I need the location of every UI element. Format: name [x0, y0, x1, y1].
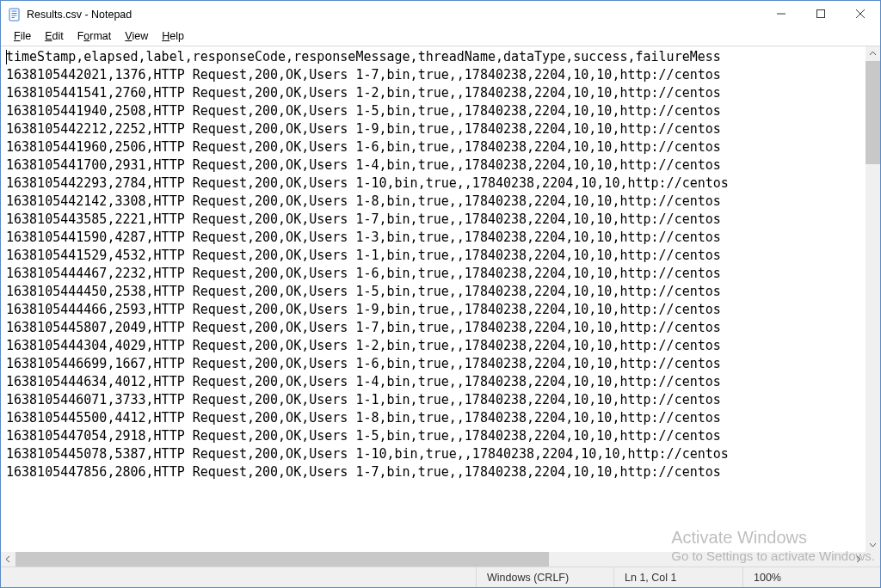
window-controls: [761, 1, 880, 28]
csv-row[interactable]: 1638105442212,2252,HTTP Request,200,OK,U…: [6, 120, 864, 138]
menu-help[interactable]: Help: [156, 29, 190, 43]
statusbar: Windows (CRLF) Ln 1, Col 1 100%: [1, 567, 880, 587]
minimize-button[interactable]: [761, 1, 801, 27]
hscroll-thumb[interactable]: [15, 552, 549, 567]
menu-edit[interactable]: Edit: [39, 29, 70, 43]
csv-row[interactable]: 1638105447856,2806,HTTP Request,200,OK,U…: [6, 463, 864, 481]
menu-view[interactable]: View: [119, 29, 154, 43]
csv-row[interactable]: 1638105444467,2232,HTTP Request,200,OK,U…: [6, 265, 864, 283]
window-title: Results.csv - Notepad: [27, 9, 132, 21]
csv-row[interactable]: 1638105444466,2593,HTTP Request,200,OK,U…: [6, 301, 864, 319]
csv-row[interactable]: 1638105443585,2221,HTTP Request,200,OK,U…: [6, 211, 864, 229]
csv-row[interactable]: 1638105446071,3733,HTTP Request,200,OK,U…: [6, 391, 864, 409]
csv-header-line[interactable]: timeStamp,elapsed,label,responseCode,res…: [6, 48, 864, 66]
status-zoom: 100%: [742, 567, 880, 587]
scroll-left-icon[interactable]: [1, 552, 15, 567]
csv-row[interactable]: 1638105446699,1667,HTTP Request,200,OK,U…: [6, 355, 864, 373]
horizontal-scrollbar[interactable]: [1, 552, 866, 567]
titlebar[interactable]: Results.csv - Notepad: [1, 1, 880, 28]
scroll-up-icon[interactable]: [866, 46, 880, 61]
status-position: Ln 1, Col 1: [613, 567, 742, 587]
csv-row[interactable]: 1638105447054,2918,HTTP Request,200,OK,U…: [6, 427, 864, 445]
csv-row[interactable]: 1638105442021,1376,HTTP Request,200,OK,U…: [6, 66, 864, 84]
hscroll-track[interactable]: [15, 552, 851, 567]
csv-row[interactable]: 1638105441960,2506,HTTP Request,200,OK,U…: [6, 138, 864, 156]
editor-wrap: timeStamp,elapsed,label,responseCode,res…: [1, 46, 880, 552]
hscroll-row: [1, 552, 880, 567]
svg-rect-6: [817, 10, 825, 18]
csv-row[interactable]: 1638105441940,2508,HTTP Request,200,OK,U…: [6, 102, 864, 120]
scroll-right-icon[interactable]: [851, 552, 866, 567]
vscroll-thumb[interactable]: [866, 61, 880, 164]
menubar: File Edit Format View Help: [1, 28, 880, 46]
svg-rect-0: [9, 9, 19, 21]
maximize-button[interactable]: [801, 1, 841, 27]
csv-row[interactable]: 1638105445078,5387,HTTP Request,200,OK,U…: [6, 445, 864, 463]
csv-row[interactable]: 1638105441700,2931,HTTP Request,200,OK,U…: [6, 156, 864, 175]
close-button[interactable]: [841, 1, 880, 27]
csv-row[interactable]: 1638105441529,4532,HTTP Request,200,OK,U…: [6, 247, 864, 265]
notepad-window: Results.csv - Notepad File Edit Format V…: [0, 0, 881, 588]
text-content[interactable]: timeStamp,elapsed,label,responseCode,res…: [6, 48, 864, 481]
csv-row[interactable]: 1638105444450,2538,HTTP Request,200,OK,U…: [6, 283, 864, 301]
vscroll-track[interactable]: [866, 61, 880, 537]
text-editor[interactable]: timeStamp,elapsed,label,responseCode,res…: [1, 46, 866, 552]
menu-file[interactable]: File: [8, 29, 37, 43]
csv-row[interactable]: 1638105444304,4029,HTTP Request,200,OK,U…: [6, 337, 864, 355]
csv-row[interactable]: 1638105444634,4012,HTTP Request,200,OK,U…: [6, 373, 864, 391]
csv-row[interactable]: 1638105445500,4412,HTTP Request,200,OK,U…: [6, 409, 864, 427]
vertical-scrollbar[interactable]: [866, 46, 880, 552]
status-spacer: [1, 567, 476, 587]
scroll-corner: [866, 552, 880, 567]
menu-format[interactable]: Format: [71, 29, 118, 43]
status-encoding: Windows (CRLF): [476, 567, 613, 587]
csv-row[interactable]: 1638105445807,2049,HTTP Request,200,OK,U…: [6, 319, 864, 337]
csv-row[interactable]: 1638105442293,2784,HTTP Request,200,OK,U…: [6, 175, 864, 193]
csv-row[interactable]: 1638105441590,4287,HTTP Request,200,OK,U…: [6, 229, 864, 247]
scroll-down-icon[interactable]: [866, 537, 880, 552]
csv-row[interactable]: 1638105441541,2760,HTTP Request,200,OK,U…: [6, 84, 864, 102]
notepad-app-icon: [8, 8, 22, 21]
csv-row[interactable]: 1638105442142,3308,HTTP Request,200,OK,U…: [6, 193, 864, 211]
